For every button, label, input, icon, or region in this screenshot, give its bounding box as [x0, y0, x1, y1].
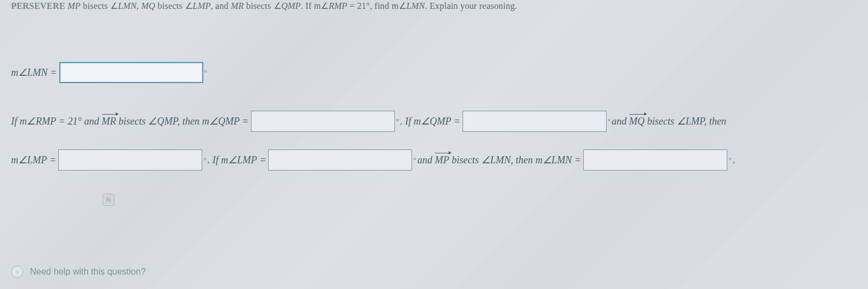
lmn-label: m∠LMN = [11, 66, 57, 79]
answer-row-2: If m∠RMP = 21° and MR bisects ∠QMP, then… [11, 111, 857, 132]
help-text: Need help with this question? [30, 267, 146, 277]
text-if-qmp: . If m∠QMP = [400, 115, 460, 127]
degree-mark: ° [204, 68, 207, 77]
text-if-lmp: . If m∠LMP = [208, 154, 266, 166]
qmp-input-2[interactable] [463, 111, 607, 132]
text-and-mp: and MP bisects ∠LMN, then m∠LMN = [418, 154, 582, 166]
lmn-input-final[interactable] [583, 149, 727, 171]
persevere-label: PERSEVERE [11, 1, 65, 11]
ray-mr: MR [231, 0, 244, 12]
text-lmp: m∠LMP = [11, 154, 56, 166]
lmp-input-2[interactable] [268, 149, 412, 171]
lmp-input-1[interactable] [58, 149, 202, 171]
question-prompt: PERSEVERE MP bisects ∠LMN, MQ bisects ∠L… [0, 0, 868, 12]
ray-mq: MQ [141, 0, 155, 12]
answer-row-1: m∠LMN = ° [11, 62, 857, 83]
answer-section: m∠LMN = ° If m∠RMP = 21° and MR bisects … [0, 62, 868, 206]
equation-editor-button[interactable]: fx [102, 194, 115, 206]
lmn-main-input[interactable] [59, 62, 203, 83]
text-if-rmp: If m∠RMP = 21° and MR bisects ∠QMP, then… [11, 115, 249, 127]
text-and-mq: and MQ bisects ∠LMP, then [612, 115, 726, 127]
help-link[interactable]: › Need help with this question? [11, 266, 146, 278]
ray-mp: MP [68, 0, 81, 12]
help-icon: › [11, 266, 23, 278]
answer-row-3: m∠LMP = ° . If m∠LMP = ° and MP bisects … [11, 149, 857, 171]
qmp-input-1[interactable] [251, 111, 395, 132]
